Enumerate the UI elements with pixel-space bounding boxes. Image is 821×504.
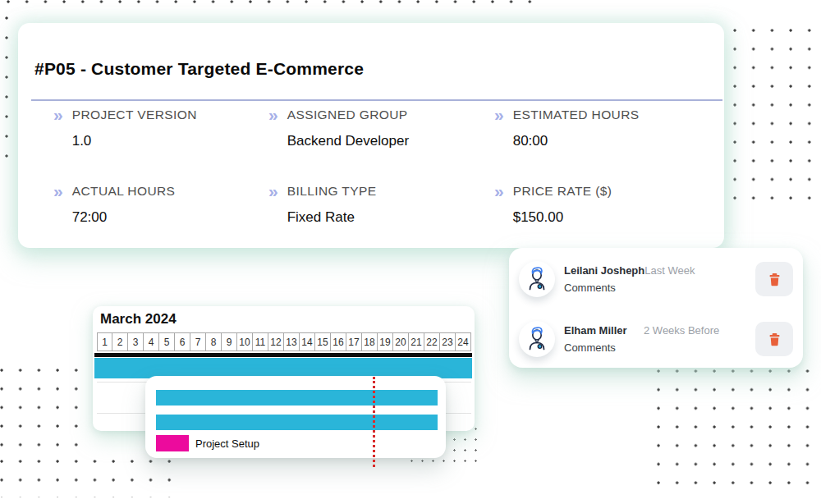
day-cell: 3 (127, 332, 144, 351)
avatar (519, 321, 555, 357)
day-cell: 14 (299, 332, 315, 351)
delete-comment-button[interactable] (755, 322, 793, 356)
dot-pattern-bottom-left (0, 369, 80, 457)
field-value: 80:00 (513, 133, 640, 149)
field-actual-hours: » ACTUAL HOURS 72:00 (53, 184, 175, 225)
gantt-bar-row-2[interactable] (156, 390, 438, 405)
dot-pattern-left (5, 16, 11, 172)
field-value: $150.00 (513, 209, 612, 225)
day-cell: 13 (283, 332, 300, 351)
field-project-version: » PROJECT VERSION 1.0 (53, 108, 197, 149)
comment-timestamp: 2 Weeks Before (644, 324, 719, 337)
dot-pattern-bottom-left-2 (0, 460, 172, 497)
comment-sublabel: Comments (564, 282, 695, 294)
delete-comment-button[interactable] (755, 262, 793, 296)
day-cell: 10 (236, 332, 253, 351)
day-cell: 4 (143, 332, 159, 351)
gantt-bar-row-3[interactable] (156, 415, 438, 430)
day-cell: 19 (377, 332, 393, 351)
day-cell: 11 (252, 332, 268, 351)
day-cell: 5 (158, 332, 175, 351)
day-cell: 9 (221, 332, 237, 351)
day-cell: 2 (112, 332, 128, 351)
trash-icon (767, 332, 782, 347)
dot-pattern-right (733, 29, 814, 204)
day-cell: 15 (314, 332, 331, 351)
day-cell: 23 (439, 332, 456, 351)
day-cell: 17 (346, 332, 362, 351)
field-value: 72:00 (72, 209, 176, 225)
gantt-task-popup: Project Setup (145, 376, 446, 458)
person-icon (523, 325, 551, 353)
gantt-timeline-rule (94, 353, 472, 357)
trash-icon (767, 272, 782, 287)
comment-timestamp: Last Week (644, 264, 695, 277)
gantt-month-title: March 2024 (100, 311, 177, 328)
day-cell: 18 (361, 332, 378, 351)
comment-row: Leilani Josheph Last Week Comments (519, 259, 793, 299)
legend-color-swatch (156, 435, 189, 451)
dot-pattern-bottom-right (657, 369, 814, 494)
double-chevron-icon: » (494, 108, 504, 122)
person-icon (523, 265, 551, 293)
dot-pattern-top (7, 0, 532, 7)
field-label: ACTUAL HOURS (72, 184, 176, 199)
day-cell: 16 (330, 332, 346, 351)
field-price-rate: » PRICE RATE ($) $150.00 (494, 184, 612, 225)
day-cell: 21 (408, 332, 424, 351)
field-assigned-group: » ASSIGNED GROUP Backend Developer (268, 108, 409, 149)
gantt-today-line (373, 377, 375, 467)
day-cell: 24 (455, 332, 471, 351)
double-chevron-icon: » (494, 184, 504, 199)
day-cell: 20 (392, 332, 409, 351)
page-title: #P05 - Customer Targeted E-Commerce (34, 59, 364, 79)
comment-author: Leilani Josheph (564, 264, 644, 277)
avatar (519, 261, 555, 297)
comment-sublabel: Comments (564, 341, 719, 354)
day-cell: 22 (424, 332, 440, 351)
field-label: PROJECT VERSION (72, 108, 197, 122)
comment-row: Elham Miller 2 Weeks Before Comments (519, 319, 793, 359)
day-cell: 8 (205, 332, 222, 351)
field-label: ASSIGNED GROUP (287, 108, 409, 122)
day-cell: 6 (174, 332, 190, 351)
title-divider (31, 99, 722, 101)
comments-panel: Leilani Josheph Last Week Comments (509, 248, 803, 368)
double-chevron-icon: » (53, 108, 63, 122)
gantt-day-header: 1 2 3 4 5 6 7 8 9 10 11 12 13 14 15 16 1… (97, 332, 471, 351)
gantt-legend: Project Setup (156, 435, 259, 451)
field-estimated-hours: » ESTIMATED HOURS 80:00 (494, 108, 640, 149)
day-cell: 12 (268, 332, 284, 351)
field-value: Fixed Rate (287, 209, 377, 225)
comment-author: Elham Miller (564, 324, 644, 337)
project-detail-card: #P05 - Customer Targeted E-Commerce » PR… (18, 23, 724, 248)
double-chevron-icon: » (268, 184, 278, 199)
field-label: ESTIMATED HOURS (513, 108, 640, 122)
field-billing-type: » BILLING TYPE Fixed Rate (268, 184, 376, 225)
day-cell: 7 (190, 332, 206, 351)
field-label: BILLING TYPE (287, 184, 377, 199)
double-chevron-icon: » (53, 184, 63, 199)
field-label: PRICE RATE ($) (513, 184, 612, 199)
double-chevron-icon: » (268, 108, 278, 122)
field-value: Backend Developer (287, 133, 409, 149)
day-cell: 1 (97, 332, 112, 351)
legend-label: Project Setup (195, 438, 259, 450)
field-value: 1.0 (72, 133, 197, 149)
